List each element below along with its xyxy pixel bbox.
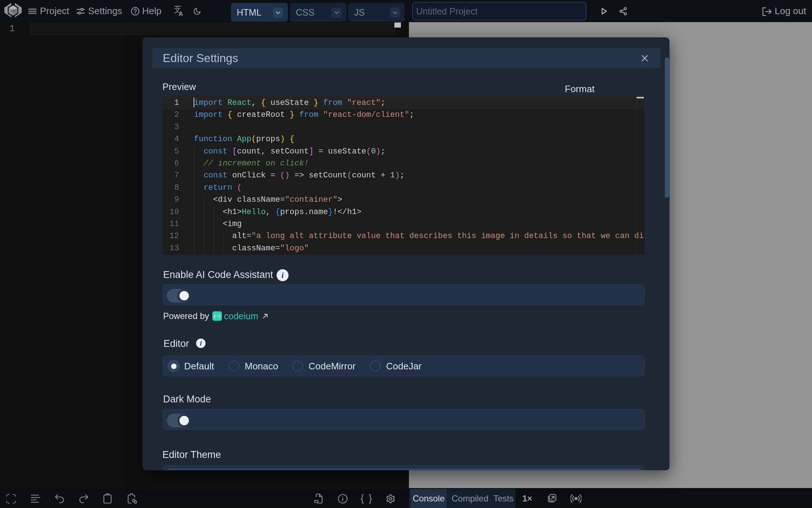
svg-text:A: A <box>179 11 183 16</box>
